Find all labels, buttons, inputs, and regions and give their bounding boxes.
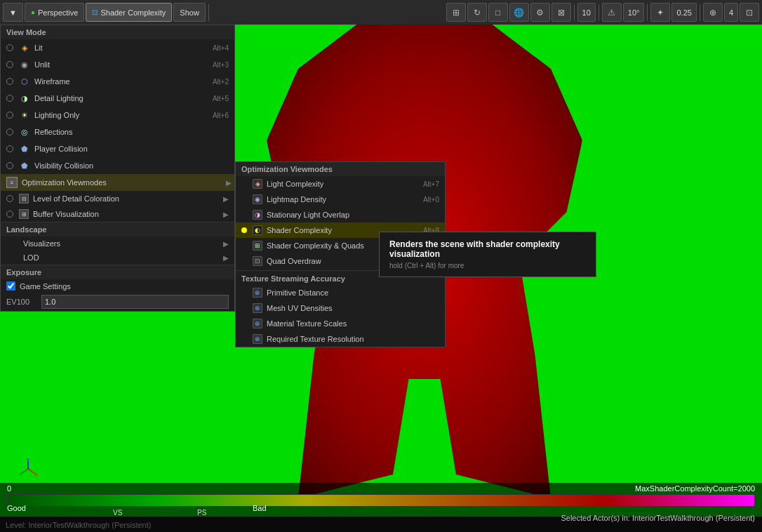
num1-value: 10	[582, 8, 591, 17]
required-texture-dot	[241, 336, 247, 342]
material-texture-label: Material Texture Scales	[267, 319, 347, 328]
toolbar-last-icon[interactable]: ⊡	[740, 3, 759, 22]
radio-lighting	[6, 112, 13, 119]
shader-quads-label: Shader Complexity & Quads	[267, 241, 364, 250]
toolbar-right: ⊞ ↻ □ 🌐 ⚙ ⊠ 10 ⚠ 10° ✦ 0.25 ⊕ 4 ⊡	[446, 3, 759, 22]
material-texture-icon: ⊕	[253, 319, 262, 328]
submenu-item-lightmap-density[interactable]: ◉ Lightmap Density Alt+0	[236, 192, 445, 207]
svg-text:Y: Y	[19, 472, 22, 477]
separator-3	[599, 4, 599, 21]
shader-icon: ⊡	[92, 8, 98, 16]
svg-text:X: X	[34, 472, 38, 477]
game-settings-checkbox[interactable]	[6, 281, 15, 291]
toolbar-icon-globe[interactable]: 🌐	[509, 3, 529, 22]
toolbar-icon-camera[interactable]: ⊠	[552, 3, 571, 22]
radio-reflections	[6, 128, 13, 135]
lighting-only-label: Lighting Only	[34, 111, 79, 119]
good-label: Good	[7, 504, 26, 512]
visibility-collision-label: Visibility Collision	[34, 161, 93, 170]
toolbar-coord-icon[interactable]: ⊕	[703, 3, 723, 22]
toolbar-icon-snap[interactable]: ⚙	[530, 3, 550, 22]
menu-item-lit[interactable]: ◈ Lit Alt+4	[1, 39, 234, 56]
toolbar-icon-rotate[interactable]: ↻	[467, 3, 487, 22]
shader-complexity-sub-label: Shader Complexity	[267, 226, 332, 234]
lightmap-density-shortcut: Alt+0	[423, 196, 439, 204]
menu-item-lighting-only[interactable]: ☀ Lighting Only Alt+6	[1, 107, 234, 124]
light-complexity-label: Light Complexity	[267, 180, 323, 188]
radio-player-collision	[6, 145, 13, 152]
player-collision-label: Player Collision	[34, 145, 88, 153]
menu-item-visibility-collision[interactable]: ⬟ Visibility Collision	[1, 157, 234, 174]
submenu-item-stationary-light[interactable]: ◑ Stationary Light Overlap	[236, 207, 445, 222]
ev100-input[interactable]	[41, 295, 229, 309]
light-complexity-icon: ◈	[253, 179, 262, 189]
quad-overdraw-label: Quad Overdraw	[267, 257, 321, 265]
submenu-item-light-complexity[interactable]: ◈ Light Complexity Alt+7	[236, 176, 445, 192]
primitive-distance-icon: ⊕	[253, 288, 262, 298]
lod-icon: ⊟	[19, 194, 29, 204]
separator-2	[574, 4, 575, 21]
shader-complexity-label: Shader Complexity	[100, 8, 166, 17]
stationary-light-dot	[241, 212, 247, 218]
toolbar-num2[interactable]: 10°	[623, 3, 645, 22]
radio-unlit	[6, 61, 13, 68]
shader-complexity-sub-icon: ◐	[253, 225, 262, 235]
menu-item-lod-landscape[interactable]: LOD ▶	[1, 251, 234, 265]
toolbar-num4[interactable]: 4	[724, 3, 738, 22]
toolbar-num1[interactable]: 10	[577, 3, 596, 22]
submenu-item-mesh-uv[interactable]: ⊕ Mesh UV Densities	[236, 300, 445, 316]
show-button[interactable]: Show	[173, 3, 206, 22]
lod-landscape-arrow: ▶	[223, 254, 229, 262]
toolbar-num3[interactable]: 0.25	[671, 3, 696, 22]
submenu-item-material-texture[interactable]: ⊕ Material Texture Scales	[236, 316, 445, 331]
menu-item-player-collision[interactable]: ⬟ Player Collision	[1, 140, 234, 157]
optimization-submenu-header: Optimization Viewmodes	[236, 162, 445, 176]
stationary-light-label: Stationary Light Overlap	[267, 211, 349, 219]
toolbar-magnet-icon[interactable]: ✦	[650, 3, 670, 22]
view-mode-menu: View Mode ◈ Lit Alt+4 ◉ Unlit Alt+3 ⬡ Wi…	[0, 25, 235, 312]
lod-landscape-label: LOD	[23, 253, 39, 262]
axis-indicator: X Y Z	[18, 458, 39, 479]
shader-quads-icon: ⊞	[253, 241, 262, 251]
primitive-distance-label: Primitive Distance	[267, 288, 328, 297]
lighting-shortcut: Alt+6	[213, 112, 229, 119]
lit-shortcut: Alt+4	[213, 44, 229, 52]
wireframe-icon: ⬡	[19, 76, 30, 87]
optimization-label: Optimization Viewmodes	[22, 178, 107, 187]
menu-item-optimization[interactable]: ≡ Optimization Viewmodes ▶	[1, 174, 234, 191]
complexity-bar-area: 0 MaxShaderComplexityCount=2000 VS PS Go…	[0, 483, 762, 532]
detail-lighting-icon: ◑	[19, 93, 30, 104]
radio-lod	[6, 195, 13, 202]
num2-value: 10°	[628, 8, 640, 17]
game-settings-label: Game Settings	[20, 282, 71, 291]
axis-svg: X Y Z	[18, 458, 39, 479]
toolbar-icon-grid[interactable]: ⊞	[446, 3, 466, 22]
exposure-section: Exposure Game Settings EV100	[1, 265, 234, 311]
menu-item-buffer[interactable]: ⊞ Buffer Visualization ▶	[1, 206, 234, 222]
menu-item-detail-lighting[interactable]: ◑ Detail Lighting Alt+5	[1, 90, 234, 107]
submenu-item-primitive-distance[interactable]: ⊕ Primitive Distance	[236, 285, 445, 300]
menu-item-unlit[interactable]: ◉ Unlit Alt+3	[1, 56, 234, 73]
menu-item-wireframe[interactable]: ⬡ Wireframe Alt+2	[1, 73, 234, 90]
toolbar: ▼ ● Perspective ⊡ Shader Complexity Show…	[0, 0, 762, 25]
exposure-header: Exposure	[1, 265, 234, 279]
radio-detail	[6, 95, 13, 102]
game-settings-item[interactable]: Game Settings	[1, 279, 234, 293]
ev100-label: EV100	[6, 298, 41, 306]
quad-overdraw-dot	[241, 258, 247, 264]
stationary-light-icon: ◑	[253, 210, 262, 220]
radio-visibility-collision	[6, 162, 13, 169]
dropdown-arrow-btn[interactable]: ▼	[3, 3, 23, 22]
quad-overdraw-icon: ⊡	[253, 256, 262, 266]
submenu-item-required-texture[interactable]: ⊕ Required Texture Resolution	[236, 331, 445, 347]
menu-item-reflections[interactable]: ◎ Reflections	[1, 124, 234, 140]
visualizers-arrow: ▶	[223, 240, 229, 248]
menu-item-lod[interactable]: ⊟ Level of Detail Coloration ▶	[1, 191, 234, 206]
menu-item-visualizers[interactable]: Visualizers ▶	[1, 237, 234, 251]
tooltip-subtitle: hold (Ctrl + Alt) for more	[389, 262, 586, 270]
unlit-label: Unlit	[34, 60, 50, 69]
toolbar-warning-icon[interactable]: ⚠	[602, 3, 622, 22]
perspective-button[interactable]: ● Perspective	[25, 3, 85, 22]
toolbar-icon-box[interactable]: □	[488, 3, 508, 22]
shader-complexity-button[interactable]: ⊡ Shader Complexity	[86, 3, 172, 22]
